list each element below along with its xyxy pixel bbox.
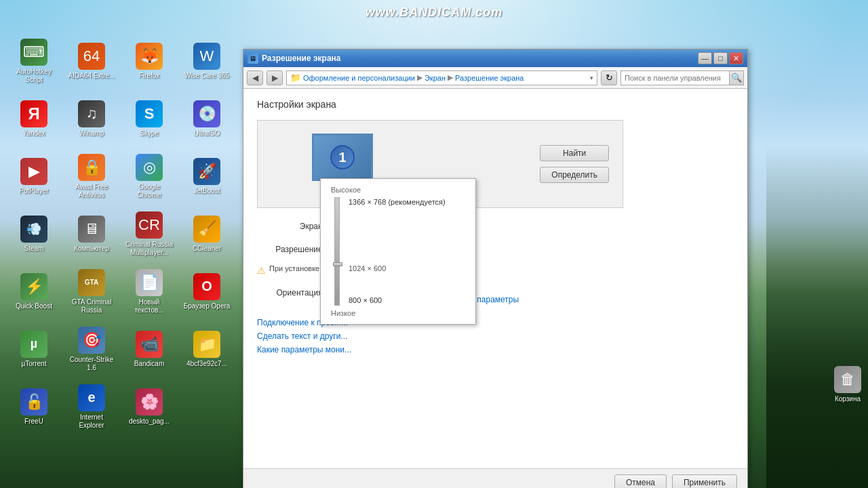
desktop-icon-winamp[interactable]: ♫ Winamp — [64, 92, 119, 146]
desktop-icon-korzina[interactable]: 🗑 Корзина — [831, 363, 865, 407]
criminal-icon: CR — [136, 211, 163, 239]
search-box: 🔍 — [620, 70, 744, 85]
section-title: Настройки экрана — [257, 99, 734, 110]
flower-label: desktо_раg... — [129, 418, 170, 426]
desktop-icon-wiscare[interactable]: W Wise Care 365 — [180, 34, 234, 88]
ahk-label: AutoHotkey Script — [10, 68, 58, 84]
window-footer: Отмена Применить — [243, 468, 747, 488]
utorrent-icon: µ — [20, 331, 47, 358]
cs-icon: 🎯 — [78, 327, 105, 354]
desktop-icon-jetboost[interactable]: 🚀 JetBoost — [180, 149, 234, 203]
boost-icon: ⚡ — [20, 273, 47, 300]
search-button[interactable]: 🔍 — [729, 70, 744, 85]
cancel-button[interactable]: Отмена — [614, 474, 667, 488]
apply-button[interactable]: Применить — [672, 474, 737, 488]
winamp-label: Winamp — [79, 129, 104, 138]
desktop-icon-ccleaner[interactable]: 🧹 CCleaner — [180, 207, 234, 261]
find-button[interactable]: Найти — [540, 145, 609, 161]
desktop-icon-avast[interactable]: 🔒 Avast Free Antivirus — [64, 149, 119, 203]
resolution-item-800[interactable]: 800 × 600 — [349, 296, 446, 306]
boost-label: Quick Boost — [16, 302, 52, 310]
desktop-icon-ultra[interactable]: 💿 UltraISO — [180, 92, 234, 146]
desktop-icon-flower[interactable]: 🌸 desktо_раg... — [122, 380, 176, 434]
resolution-item-current[interactable]: 1024 × 600 — [349, 264, 446, 274]
refresh-button[interactable]: ↻ — [601, 70, 617, 85]
desktop-icon-chrome[interactable]: ◎ Google Chrome — [122, 149, 176, 203]
potplayer-label: PotPlayer — [19, 187, 48, 195]
desktop-icon-comp[interactable]: 🖥 Компьютер — [64, 207, 119, 261]
path-link-screen[interactable]: Экран — [425, 74, 446, 82]
path-separator-2: ▶ — [448, 73, 453, 82]
desktop-icon-skype[interactable]: S Skype — [122, 92, 176, 146]
ultra-icon: 💿 — [193, 100, 220, 127]
identify-button[interactable]: Определить — [540, 167, 609, 183]
comp-label: Компьютер — [74, 245, 109, 253]
forward-button[interactable]: ▶ — [267, 70, 283, 85]
dropdown-bottom-label: Низкое — [324, 306, 472, 317]
maximize-button[interactable]: □ — [713, 52, 728, 64]
desktop-icon-opera[interactable]: O Браузер Opera — [180, 264, 234, 319]
desktop-icon-potplayer[interactable]: ▶ PotPlayer — [7, 149, 61, 203]
folder4-icon: 📁 — [193, 331, 220, 358]
slider-background — [334, 197, 340, 306]
desktop-icon-steam[interactable]: 💨 Steam — [7, 207, 61, 261]
resolution-item-recommended[interactable]: 1366 × 768 (рекомендуется) — [349, 197, 446, 207]
bandicam-icon: 📹 — [136, 331, 163, 358]
opera-label: Браузер Opera — [184, 302, 231, 310]
avast-label: Avast Free Antivirus — [68, 183, 115, 199]
folder4-label: 4bcf3e92c7... — [186, 360, 227, 368]
ccleaner-icon: 🧹 — [193, 216, 220, 243]
right-edge-icon-area: 🗑 Корзина — [831, 363, 865, 407]
korzina-label: Корзина — [835, 395, 861, 403]
minimize-button[interactable]: — — [698, 52, 712, 64]
desktop-icon-boost[interactable]: ⚡ Quick Boost — [7, 264, 61, 319]
desktop-icon-ie[interactable]: e Internet Explorer — [64, 380, 119, 434]
titlebar-left: 🖥 Разрешение экрана — [248, 53, 341, 64]
window-title: Разрешение экрана — [262, 54, 341, 63]
flower-icon: 🌸 — [136, 388, 163, 415]
path-link-personalization[interactable]: Оформление и персонализации — [303, 74, 415, 82]
potplayer-icon: ▶ — [20, 158, 47, 185]
chrome-label: Google Chrome — [125, 183, 173, 199]
slider-thumb[interactable] — [333, 262, 342, 266]
resolution-label: Разрешение: — [257, 245, 325, 254]
path-separator-1: ▶ — [417, 73, 422, 82]
ie-label: Internet Explorer — [68, 413, 115, 430]
link-text-size[interactable]: Сделать текст и други... — [257, 331, 734, 341]
steam-icon: 💨 — [20, 216, 47, 243]
cs-label: Counter-Strike 1.6 — [68, 356, 115, 372]
desktop-icon-criminal[interactable]: CR Criminal Russia Multiplayer... — [122, 207, 176, 261]
desktop-icon-freeu[interactable]: 🔓 FreeU — [7, 380, 61, 434]
background-trees — [766, 0, 868, 488]
desktop-icon-cs[interactable]: 🎯 Counter-Strike 1.6 — [64, 322, 119, 376]
avast-icon: 🔒 — [78, 154, 105, 181]
link-monitor-params[interactable]: Какие параметры мони... — [257, 345, 734, 354]
back-button[interactable]: ◀ — [247, 70, 263, 85]
bandicam-label: Bandicam — [134, 360, 164, 368]
desktop-icon-utorrent[interactable]: µ µTorrent — [7, 322, 61, 376]
desktop-icon-firefox[interactable]: 🦊 Firefox — [122, 34, 176, 88]
desktop-icon-folder4[interactable]: 📁 4bcf3e92c7... — [180, 322, 234, 376]
gta-icon: GTA — [78, 269, 105, 296]
path-folder-icon: 📁 — [290, 73, 301, 83]
desktop-icon-yandex[interactable]: Я Yandex — [7, 92, 61, 146]
opera-icon: O — [193, 273, 220, 300]
path-dropdown-arrow[interactable]: ▾ — [590, 75, 593, 81]
desktop-icon-bandicam[interactable]: 📹 Bandicam — [122, 322, 176, 376]
search-input[interactable] — [620, 70, 729, 85]
screen-resolution-window: 🖥 Разрешение экрана — □ ✕ ◀ ▶ 📁 Оформлен… — [243, 49, 748, 488]
resolution-slider-track — [331, 197, 343, 306]
firefox-icon: 🦊 — [136, 43, 163, 70]
orientation-label: Ориентация: — [257, 288, 325, 298]
ahk-icon: ⌨ — [20, 39, 47, 66]
desktop-icon-ahk[interactable]: ⌨ AutoHotkey Script — [7, 34, 61, 88]
path-link-resolution[interactable]: Разрешение экрана — [455, 74, 524, 82]
close-button[interactable]: ✕ — [729, 52, 743, 64]
korzina-icon: 🗑 — [834, 366, 861, 393]
desktop-icon-gta[interactable]: GTA GTA Criminal Russia — [64, 264, 119, 319]
criminal-label: Criminal Russia Multiplayer... — [125, 241, 173, 257]
warning-icon: ⚠ — [257, 265, 266, 276]
jetboost-label: JetBoost — [194, 187, 220, 195]
desktop-icon-new[interactable]: 📄 Новый текстов... — [122, 264, 176, 319]
desktop-icon-aida[interactable]: 64 AIDA64 Extre... — [64, 34, 119, 88]
